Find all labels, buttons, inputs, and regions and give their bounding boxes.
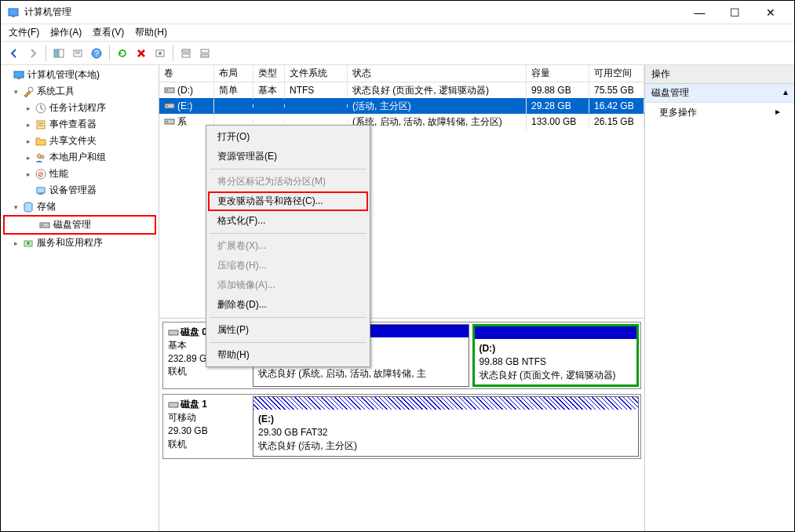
chevron-right-icon: ▸ xyxy=(24,170,35,178)
svg-point-30 xyxy=(42,224,43,226)
ctx-change-letter[interactable]: 更改驱动器号和路径(C)... xyxy=(208,191,368,211)
partition[interactable]: (E:)29.30 GB FAT32状态良好 (活动, 主分区) xyxy=(253,396,639,456)
partition[interactable]: (D:)99.88 GB NTFS状态良好 (页面文件, 逻辑驱动器) xyxy=(472,324,639,387)
chevron-right-icon: ▸ xyxy=(12,239,22,247)
disk-icon xyxy=(38,219,51,231)
close-button[interactable]: ✕ xyxy=(753,1,788,24)
tree-label: 性能 xyxy=(49,167,68,180)
svg-point-32 xyxy=(27,242,30,245)
col-layout[interactable]: 布局 xyxy=(214,65,253,82)
tree-users[interactable]: ▸ 本地用户和组 xyxy=(1,149,159,166)
menu-file[interactable]: 文件(F) xyxy=(4,24,44,41)
tree-sys-tools[interactable]: ▾ 系统工具 xyxy=(1,83,159,100)
show-hide-button[interactable] xyxy=(50,45,67,62)
tree-label: 设备管理器 xyxy=(49,184,97,197)
close-x-button[interactable] xyxy=(133,45,150,62)
services-icon xyxy=(22,237,35,250)
options-button[interactable] xyxy=(151,45,169,62)
tree-pane: 计算机管理(本地) ▾ 系统工具 ▸ 任务计划程序 ▸ 事件查看器 ▸ 共享文件… xyxy=(1,65,159,531)
chevron-right-icon: ▸ xyxy=(775,106,780,119)
tree-task[interactable]: ▸ 任务计划程序 xyxy=(1,100,159,116)
menu-view[interactable]: 查看(V) xyxy=(88,24,129,41)
svg-point-36 xyxy=(166,105,168,107)
more-actions-label: 更多操作 xyxy=(659,106,697,119)
svg-rect-40 xyxy=(169,403,178,407)
properties-button[interactable] xyxy=(69,45,86,62)
ctx-mark-active: 将分区标记为活动分区(M) xyxy=(208,172,368,191)
svg-rect-27 xyxy=(38,193,43,195)
tools-icon xyxy=(22,86,35,98)
toolbar-sep xyxy=(109,46,110,61)
col-free[interactable]: 可用空间 xyxy=(589,65,644,82)
tree-root[interactable]: 计算机管理(本地) xyxy=(1,67,159,83)
disk-icon xyxy=(168,399,179,410)
view-bottom-button[interactable] xyxy=(196,45,213,62)
tree-label: 服务和应用程序 xyxy=(37,236,103,250)
svg-rect-35 xyxy=(165,104,174,108)
table-row[interactable]: (D:)简单基本NTFS状态良好 (页面文件, 逻辑驱动器)99.88 GB75… xyxy=(159,82,644,98)
col-type[interactable]: 类型 xyxy=(253,65,285,82)
toolbar: ? xyxy=(1,42,794,65)
col-status[interactable]: 状态 xyxy=(348,65,527,82)
tree-label: 任务计划程序 xyxy=(49,101,106,115)
maximize-button[interactable]: ☐ xyxy=(717,1,753,24)
chevron-up-icon: ▴ xyxy=(783,86,788,100)
ctx-sep xyxy=(210,169,367,169)
actions-section[interactable]: 磁盘管理 ▴ xyxy=(645,84,794,103)
chevron-down-icon: ▾ xyxy=(12,203,22,211)
tree-label: 磁盘管理 xyxy=(53,218,91,231)
svg-rect-3 xyxy=(59,49,64,57)
table-row[interactable]: (E:)(活动, 主分区)29.28 GB16.42 GB xyxy=(159,98,644,114)
ctx-sep xyxy=(210,317,367,318)
disk-row: 磁盘 1可移动29.30 GB联机(E:)29.30 GB FAT32状态良好 … xyxy=(162,394,641,458)
tree-diskmgmt[interactable]: 磁盘管理 xyxy=(3,215,156,235)
help-btn-icon[interactable]: ? xyxy=(88,45,105,62)
toolbar-sep xyxy=(173,46,173,61)
tree-label: 事件查看器 xyxy=(49,118,97,131)
back-button[interactable] xyxy=(5,45,23,62)
tree-perf[interactable]: ▸ ⊘ 性能 xyxy=(1,166,159,182)
main-body: 计算机管理(本地) ▾ 系统工具 ▸ 任务计划程序 ▸ 事件查看器 ▸ 共享文件… xyxy=(1,65,794,531)
minimize-button[interactable]: — xyxy=(682,1,717,24)
tree-services[interactable]: ▸ 服务和应用程序 xyxy=(1,235,159,251)
ctx-explorer[interactable]: 资源管理器(E) xyxy=(208,147,368,166)
menu-action[interactable]: 操作(A) xyxy=(46,24,86,41)
ctx-open[interactable]: 打开(O) xyxy=(208,127,368,147)
folder-share-icon xyxy=(35,135,47,148)
users-icon xyxy=(35,151,47,164)
chevron-right-icon: ▸ xyxy=(24,154,35,162)
col-cap[interactable]: 容量 xyxy=(527,65,589,82)
svg-rect-26 xyxy=(37,188,45,193)
svg-rect-11 xyxy=(182,49,190,53)
refresh-button[interactable] xyxy=(114,45,131,62)
tree-shared[interactable]: ▸ 共享文件夹 xyxy=(1,133,159,149)
forward-button[interactable] xyxy=(24,45,42,62)
tree-label: 共享文件夹 xyxy=(49,134,97,148)
clock-icon xyxy=(35,102,47,115)
window-title: 计算机管理 xyxy=(24,5,682,19)
ctx-delete[interactable]: 删除卷(D)... xyxy=(208,295,368,315)
actions-pane: 操作 磁盘管理 ▴ 更多操作 ▸ xyxy=(645,65,794,531)
toolbar-sep xyxy=(46,46,46,61)
ctx-extend: 扩展卷(X)... xyxy=(208,236,368,256)
tree-event[interactable]: ▸ 事件查看器 xyxy=(1,116,159,133)
storage-icon xyxy=(22,201,35,213)
perf-icon: ⊘ xyxy=(35,168,47,180)
ctx-props[interactable]: 属性(P) xyxy=(208,320,368,340)
tree-label: 系统工具 xyxy=(37,85,75,98)
svg-rect-1 xyxy=(12,16,15,17)
tree-devmgr[interactable]: 设备管理器 xyxy=(1,182,159,199)
svg-point-17 xyxy=(28,87,33,92)
ctx-help[interactable]: 帮助(H) xyxy=(208,345,368,365)
svg-rect-37 xyxy=(165,119,174,124)
view-top-button[interactable] xyxy=(177,45,195,62)
tree-storage[interactable]: ▾ 存储 xyxy=(1,199,159,215)
col-vol[interactable]: 卷 xyxy=(159,65,214,82)
menu-help[interactable]: 帮助(H) xyxy=(130,24,172,41)
ctx-format[interactable]: 格式化(F)... xyxy=(208,211,368,231)
ctx-sep xyxy=(210,233,367,234)
more-actions[interactable]: 更多操作 ▸ xyxy=(645,103,794,122)
tree-label: 计算机管理(本地) xyxy=(27,68,100,82)
col-fs[interactable]: 文件系统 xyxy=(285,65,348,82)
svg-rect-33 xyxy=(165,88,174,93)
